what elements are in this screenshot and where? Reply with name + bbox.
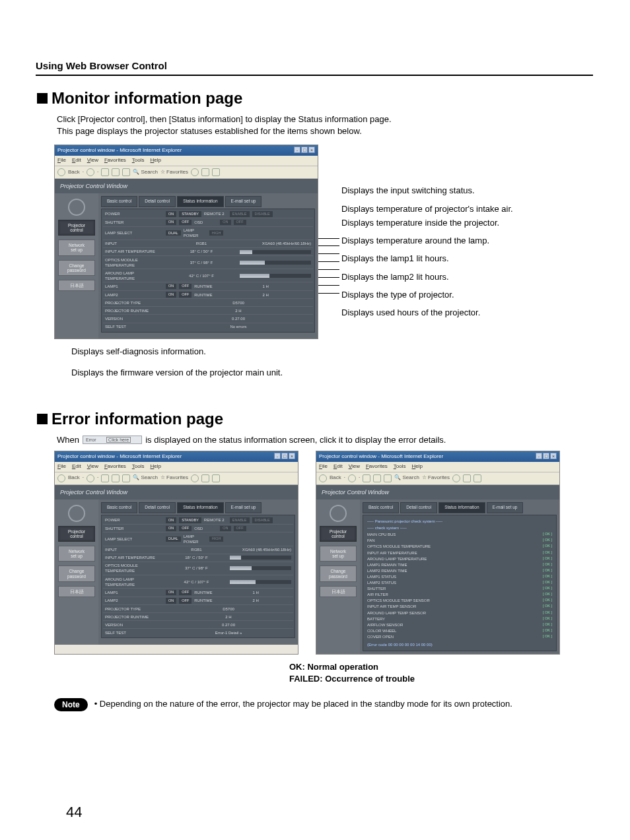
- search-label[interactable]: 🔍 Search: [394, 474, 419, 482]
- print-icon[interactable]: [473, 474, 481, 482]
- search-label[interactable]: 🔍 Search: [133, 169, 158, 176]
- sidebar-item-3[interactable]: 日本語: [58, 280, 95, 291]
- stop-icon[interactable]: [101, 474, 109, 482]
- tab-0[interactable]: Basic control: [101, 196, 137, 207]
- home-icon[interactable]: [384, 474, 392, 482]
- menu-file[interactable]: File: [57, 463, 66, 470]
- home-icon[interactable]: [122, 168, 130, 176]
- toolbar[interactable]: Back · · 🔍 Search ☆ Favorites: [55, 472, 298, 485]
- menu-favorites[interactable]: Favorites: [104, 463, 126, 470]
- maximize-icon[interactable]: □: [301, 146, 308, 153]
- print-icon[interactable]: [212, 168, 220, 176]
- menu-tools[interactable]: Tools: [132, 463, 145, 470]
- refresh-icon[interactable]: [112, 168, 120, 176]
- menu-view[interactable]: View: [349, 463, 360, 470]
- status-label2: RUNTIME: [194, 284, 217, 289]
- tab-2[interactable]: Status information: [438, 502, 485, 513]
- menubar[interactable]: FileEditViewFavoritesToolsHelp: [55, 462, 298, 472]
- mail-icon[interactable]: [201, 474, 209, 482]
- sidebar-item-3[interactable]: 日本語: [58, 586, 95, 597]
- menu-edit[interactable]: Edit: [72, 157, 81, 164]
- menu-favorites[interactable]: Favorites: [104, 157, 126, 164]
- tab-1[interactable]: Detail control: [139, 196, 176, 207]
- menu-file[interactable]: File: [319, 463, 328, 470]
- close-icon[interactable]: ×: [550, 453, 557, 459]
- forward-icon[interactable]: [87, 168, 94, 176]
- favorites-label[interactable]: ☆ Favorites: [160, 474, 188, 482]
- sidebar-item-1[interactable]: Networkset up: [320, 546, 357, 562]
- sidebar-item-2[interactable]: Changepassword: [58, 565, 95, 581]
- sidebar-item-1[interactable]: Networkset up: [58, 546, 95, 562]
- sidebar-item-0[interactable]: Projectorcontrol: [58, 220, 95, 236]
- favorites-label[interactable]: ☆ Favorites: [160, 169, 188, 176]
- menu-file[interactable]: File: [57, 157, 66, 164]
- forward-icon[interactable]: [348, 474, 356, 482]
- status-label: INPUT: [105, 547, 163, 552]
- callout-lamp2-hours: Displays the lamp2 lit hours.: [341, 272, 592, 282]
- back-label[interactable]: Back: [330, 474, 341, 482]
- refresh-icon[interactable]: [112, 474, 120, 482]
- back-icon[interactable]: [57, 474, 65, 482]
- sidebar-item-2[interactable]: Changepassword: [320, 565, 357, 581]
- window-buttons[interactable]: -□×: [535, 453, 557, 461]
- tab-3[interactable]: E-mail set up: [225, 196, 262, 207]
- tab-1[interactable]: Detail control: [400, 502, 437, 513]
- menu-help[interactable]: Help: [151, 157, 161, 164]
- mail-icon[interactable]: [201, 168, 209, 176]
- tab-0[interactable]: Basic control: [101, 502, 137, 513]
- maximize-icon[interactable]: □: [543, 453, 549, 459]
- print-icon[interactable]: [212, 474, 220, 482]
- sidebar-item-0[interactable]: Projectorcontrol: [320, 526, 357, 542]
- close-icon[interactable]: ×: [289, 453, 295, 459]
- close-icon[interactable]: ×: [308, 146, 315, 153]
- refresh-icon[interactable]: [373, 474, 381, 482]
- minimize-icon[interactable]: -: [294, 146, 300, 153]
- back-label[interactable]: Back: [68, 169, 80, 176]
- status-pill: STANDBY: [179, 517, 201, 523]
- menu-help[interactable]: Help: [151, 463, 161, 470]
- menu-tools[interactable]: Tools: [394, 463, 406, 470]
- menu-edit[interactable]: Edit: [72, 463, 81, 470]
- toolbar[interactable]: Back · · 🔍 Search ☆ Favorites: [316, 472, 559, 485]
- maximize-icon[interactable]: □: [281, 453, 288, 459]
- window-buttons[interactable]: -□×: [293, 146, 315, 154]
- menu-view[interactable]: View: [87, 463, 98, 470]
- menu-help[interactable]: Help: [412, 463, 423, 470]
- tab-0[interactable]: Basic control: [363, 502, 399, 513]
- tab-3[interactable]: E-mail set up: [487, 502, 524, 513]
- menubar[interactable]: FileEditViewFavoritesToolsHelp: [55, 156, 318, 166]
- toolbar[interactable]: Back · · 🔍 Search ☆ Favorites: [55, 166, 318, 179]
- favorites-label[interactable]: ☆ Favorites: [422, 474, 450, 482]
- menu-edit[interactable]: Edit: [333, 463, 343, 470]
- minimize-icon[interactable]: -: [536, 453, 542, 459]
- minimize-icon[interactable]: -: [274, 453, 281, 459]
- back-icon[interactable]: [57, 168, 65, 176]
- window-buttons[interactable]: -□×: [273, 453, 295, 461]
- stop-icon[interactable]: [363, 474, 370, 482]
- back-label[interactable]: Back: [68, 474, 80, 482]
- bullet-square-icon: [37, 93, 48, 104]
- menubar[interactable]: FileEditViewFavoritesToolsHelp: [316, 462, 559, 472]
- sidebar-item-0[interactable]: Projectorcontrol: [58, 526, 95, 542]
- menu-view[interactable]: View: [87, 157, 98, 164]
- history-icon[interactable]: [191, 168, 199, 176]
- stop-icon[interactable]: [101, 168, 109, 176]
- menu-favorites[interactable]: Favorites: [366, 463, 388, 470]
- tab-1[interactable]: Detail control: [139, 502, 176, 513]
- tab-2[interactable]: Status information: [177, 196, 223, 207]
- menu-tools[interactable]: Tools: [132, 157, 145, 164]
- home-icon[interactable]: [122, 474, 130, 482]
- status-value: 18° C / 50° F: [166, 249, 237, 254]
- mail-icon[interactable]: [463, 474, 471, 482]
- history-icon[interactable]: [452, 474, 460, 482]
- tab-2[interactable]: Status information: [177, 502, 223, 513]
- back-icon[interactable]: [319, 474, 327, 482]
- sidebar-item-1[interactable]: Networkset up: [58, 240, 95, 255]
- status-label: PROJECTOR RUNTIME: [105, 308, 163, 313]
- forward-icon[interactable]: [87, 474, 94, 482]
- sidebar-item-2[interactable]: Changepassword: [58, 260, 95, 276]
- tab-3[interactable]: E-mail set up: [225, 502, 262, 513]
- search-label[interactable]: 🔍 Search: [133, 474, 158, 482]
- sidebar-item-3[interactable]: 日本語: [320, 586, 357, 597]
- history-icon[interactable]: [191, 474, 199, 482]
